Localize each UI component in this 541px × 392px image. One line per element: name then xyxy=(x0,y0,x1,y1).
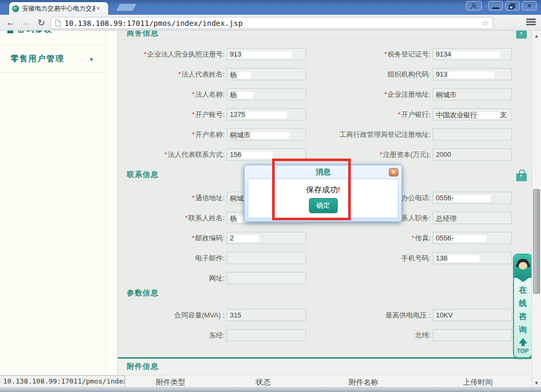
field-label: 网址: xyxy=(118,274,225,283)
form-row: *法人代表姓名: 杨 组织机构代码: 913 xyxy=(118,64,531,84)
form-row: *邮政编码: 2 *传真: 0556- xyxy=(118,228,531,248)
redaction-blob xyxy=(242,51,292,58)
dialog-close-button[interactable]: × xyxy=(389,168,398,176)
sidebar-item-retail-user-management[interactable]: 零售用户管理 xyxy=(11,54,64,64)
text-input[interactable]: 9134 xyxy=(433,48,512,60)
reload-button[interactable]: ↻ xyxy=(35,16,48,29)
restore-button[interactable] xyxy=(505,1,520,11)
menu-item-icon xyxy=(7,31,13,33)
form-row: *开户名称: 桐城市 工商行政管理局登记注册地址: xyxy=(118,124,531,144)
redaction-blob xyxy=(246,111,287,118)
text-input[interactable] xyxy=(227,252,306,264)
back-to-top-icon[interactable] xyxy=(519,338,527,343)
business-rows: *企业法人营业执照注册号: 913 *税务登记证号: 9134 *法人代表姓名:… xyxy=(118,44,531,164)
field-label: *邮政编码: xyxy=(118,234,225,243)
tab-close-icon[interactable]: × xyxy=(96,5,100,12)
text-input[interactable]: 桐城市 xyxy=(433,88,512,100)
redaction-blob xyxy=(452,51,500,58)
form-row: *法人名称: 杨 *企业注册地址: 桐城市 xyxy=(118,84,531,104)
text-input[interactable]: 杨 xyxy=(227,88,306,100)
text-input[interactable]: 0556- xyxy=(433,192,512,204)
browser-tab[interactable]: 安徽电力交易中心电力交易 × xyxy=(8,2,109,15)
field-label: *法人代表联系方式: xyxy=(118,150,225,160)
close-icon: × xyxy=(523,2,536,10)
redaction-blob xyxy=(478,112,500,119)
text-input[interactable] xyxy=(433,128,512,141)
redaction-blob xyxy=(237,72,251,79)
back-button[interactable]: ← xyxy=(4,16,17,29)
minimize-icon xyxy=(492,7,499,9)
field-label: *通信地址: xyxy=(118,193,225,203)
profile-button[interactable] xyxy=(466,1,482,11)
text-input[interactable]: 2000 xyxy=(433,148,512,161)
scroll-down-icon[interactable]: ▼ xyxy=(532,380,541,386)
scroll-up-icon[interactable]: ▲ xyxy=(532,33,541,39)
status-bar: 10.138.108.99:17011/pmos/index/index.jsp… xyxy=(0,375,125,387)
bookmark-star-icon[interactable]: ☆ xyxy=(482,18,489,28)
form-row: 网址: xyxy=(118,268,531,288)
section-title-attachments: 附件信息 xyxy=(127,362,158,371)
redaction-blob xyxy=(448,71,495,78)
text-input[interactable] xyxy=(433,329,512,341)
forward-button[interactable]: → xyxy=(19,16,32,29)
text-input[interactable]: 913 xyxy=(227,48,306,60)
browser-titlebar: 安徽电力交易中心电力交易 × × xyxy=(0,0,541,15)
new-tab-button[interactable] xyxy=(115,3,138,12)
field-label: *开户账号: xyxy=(118,110,225,119)
field-label: 组织机构代码: xyxy=(308,70,431,79)
browser-menu-button[interactable] xyxy=(524,17,538,28)
field-label: *联系人姓名: xyxy=(118,213,225,223)
page-icon xyxy=(55,20,61,26)
text-input[interactable]: 桐城市 xyxy=(227,128,306,141)
text-input[interactable]: 10KV xyxy=(433,309,512,321)
column-header: 附件名称 xyxy=(303,376,424,388)
text-input[interactable]: 138 xyxy=(433,252,512,264)
field-label: *开户银行: xyxy=(308,110,431,119)
text-input[interactable] xyxy=(227,272,306,284)
text-input[interactable]: 总经理 xyxy=(433,212,512,224)
back-to-top-label[interactable]: TOP xyxy=(514,348,531,354)
redaction-blob xyxy=(234,235,259,242)
form-row: 电子邮件: 手机号码: 138 xyxy=(118,248,531,268)
tab-title: 安徽电力交易中心电力交易 xyxy=(22,4,95,13)
text-input[interactable]: 0556- xyxy=(433,232,512,244)
text-input[interactable]: 2 xyxy=(227,232,306,244)
field-label: 合同容量(MVA) : xyxy=(118,311,225,320)
lock-icon xyxy=(516,173,527,181)
url-text[interactable]: 10.138.108.99:17011/pmos/index/index.jsp xyxy=(64,19,482,27)
field-label: *税务登记证号: xyxy=(308,50,431,59)
form-row: 东经: 北纬: xyxy=(118,325,531,345)
online-consult-label[interactable]: 在 线 咨 询 xyxy=(514,283,531,336)
lock-icon xyxy=(516,31,527,39)
column-header: 状态 xyxy=(223,376,303,388)
text-input[interactable]: 315 xyxy=(227,309,306,321)
field-label: 东经: xyxy=(118,331,225,340)
browser-toolbar: ← → ↻ 10.138.108.99:17011/pmos/index/ind… xyxy=(0,15,541,31)
field-label: 北纬: xyxy=(308,331,431,340)
redaction-blob xyxy=(454,235,487,242)
minimize-button[interactable] xyxy=(488,1,503,11)
sidebar-item-clipped[interactable]: 密码修改 xyxy=(17,31,53,34)
params-rows: 合同容量(MVA) : 315 最高供电电压 : 10KV 东经: 北纬: xyxy=(118,305,531,345)
text-input[interactable]: 1275 xyxy=(227,108,306,120)
address-bar[interactable]: 10.138.108.99:17011/pmos/index/index.jsp… xyxy=(51,17,493,29)
customer-service-avatar xyxy=(517,259,529,270)
form-row: *开户账号: 1275 *开户银行: 中国农业银行支 xyxy=(118,104,531,124)
scrollbar-thumb[interactable] xyxy=(533,189,540,294)
text-input[interactable]: 913 xyxy=(433,68,512,80)
online-consult-widget[interactable]: 在 线 咨 询 TOP xyxy=(513,254,533,358)
text-input[interactable]: 杨 xyxy=(227,68,306,80)
redaction-blob xyxy=(454,195,491,202)
close-window-button[interactable]: × xyxy=(522,1,537,11)
redaction-blob xyxy=(448,255,480,262)
text-input[interactable] xyxy=(227,329,306,341)
attachments-table-header: 附件类型 状态 附件名称 上传时间 xyxy=(118,375,531,388)
field-label: *企业法人营业执照注册号: xyxy=(118,50,225,59)
page-scrollbar[interactable]: ▲ ▼ xyxy=(531,31,541,388)
section-title-params: 参数信息 xyxy=(127,288,158,298)
text-input[interactable]: 中国农业银行支 xyxy=(433,108,512,120)
column-header: 上传时间 xyxy=(424,376,531,388)
chevron-down-icon[interactable]: ▼ xyxy=(89,57,94,62)
annotation-highlight-box xyxy=(272,158,351,220)
field-label: 工商行政管理局登记注册地址: xyxy=(308,130,431,139)
